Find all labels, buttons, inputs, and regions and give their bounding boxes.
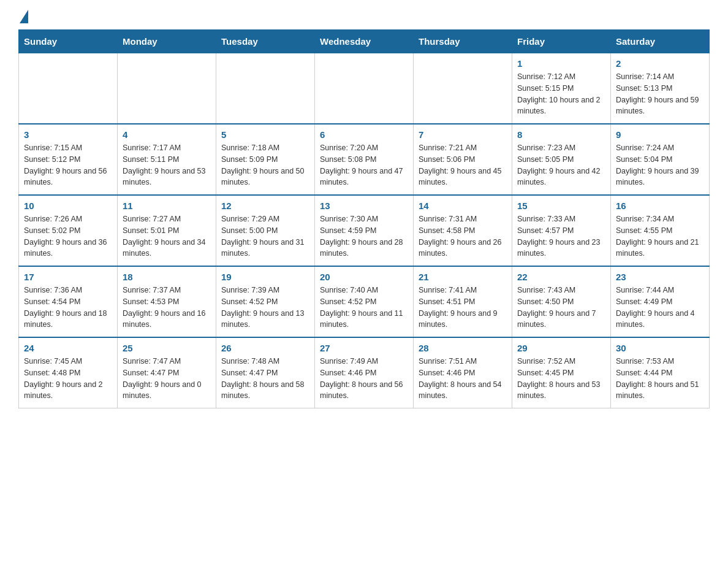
calendar-cell: 29Sunrise: 7:52 AMSunset: 4:45 PMDayligh… xyxy=(512,337,611,408)
week-row-4: 17Sunrise: 7:36 AMSunset: 4:54 PMDayligh… xyxy=(19,266,710,337)
day-info: Sunrise: 7:45 AMSunset: 4:48 PMDaylight:… xyxy=(24,356,112,402)
day-info: Sunrise: 7:49 AMSunset: 4:46 PMDaylight:… xyxy=(320,356,408,402)
day-number: 21 xyxy=(419,272,507,282)
calendar-cell: 2Sunrise: 7:14 AMSunset: 5:13 PMDaylight… xyxy=(611,53,710,124)
day-number: 11 xyxy=(123,201,211,211)
calendar-cell: 7Sunrise: 7:21 AMSunset: 5:06 PMDaylight… xyxy=(414,124,512,195)
calendar-cell: 17Sunrise: 7:36 AMSunset: 4:54 PMDayligh… xyxy=(19,266,118,337)
day-number: 26 xyxy=(221,343,309,353)
calendar-cell: 11Sunrise: 7:27 AMSunset: 5:01 PMDayligh… xyxy=(118,195,216,266)
weekday-header-tuesday: Tuesday xyxy=(216,30,315,53)
calendar-cell xyxy=(118,53,216,124)
day-number: 19 xyxy=(221,272,309,282)
day-number: 7 xyxy=(419,129,507,140)
day-number: 14 xyxy=(419,201,507,211)
day-number: 10 xyxy=(24,201,112,211)
weekday-header-sunday: Sunday xyxy=(19,30,118,53)
calendar-cell: 3Sunrise: 7:15 AMSunset: 5:12 PMDaylight… xyxy=(19,124,118,195)
calendar-cell: 1Sunrise: 7:12 AMSunset: 5:15 PMDaylight… xyxy=(512,53,611,124)
day-number: 30 xyxy=(616,343,704,353)
logo xyxy=(18,12,28,23)
day-info: Sunrise: 7:44 AMSunset: 4:49 PMDaylight:… xyxy=(616,285,704,331)
day-number: 16 xyxy=(616,201,704,211)
weekday-header-friday: Friday xyxy=(512,30,611,53)
week-row-1: 1Sunrise: 7:12 AMSunset: 5:15 PMDaylight… xyxy=(19,53,710,124)
day-info: Sunrise: 7:23 AMSunset: 5:05 PMDaylight:… xyxy=(517,142,605,188)
week-row-2: 3Sunrise: 7:15 AMSunset: 5:12 PMDaylight… xyxy=(19,124,710,195)
calendar-cell: 20Sunrise: 7:40 AMSunset: 4:52 PMDayligh… xyxy=(315,266,414,337)
day-info: Sunrise: 7:27 AMSunset: 5:01 PMDaylight:… xyxy=(123,213,211,259)
calendar-cell: 16Sunrise: 7:34 AMSunset: 4:55 PMDayligh… xyxy=(611,195,710,266)
day-info: Sunrise: 7:24 AMSunset: 5:04 PMDaylight:… xyxy=(616,142,704,188)
day-number: 20 xyxy=(320,272,408,282)
day-info: Sunrise: 7:41 AMSunset: 4:51 PMDaylight:… xyxy=(419,285,507,331)
day-info: Sunrise: 7:37 AMSunset: 4:53 PMDaylight:… xyxy=(123,285,211,331)
day-info: Sunrise: 7:12 AMSunset: 5:15 PMDaylight:… xyxy=(517,71,605,117)
calendar-cell: 25Sunrise: 7:47 AMSunset: 4:47 PMDayligh… xyxy=(118,337,216,408)
day-number: 25 xyxy=(123,343,211,353)
calendar-cell: 23Sunrise: 7:44 AMSunset: 4:49 PMDayligh… xyxy=(611,266,710,337)
day-info: Sunrise: 7:48 AMSunset: 4:47 PMDaylight:… xyxy=(221,356,309,402)
calendar-cell: 27Sunrise: 7:49 AMSunset: 4:46 PMDayligh… xyxy=(315,337,414,408)
day-info: Sunrise: 7:14 AMSunset: 5:13 PMDaylight:… xyxy=(616,71,704,117)
calendar-cell xyxy=(414,53,512,124)
calendar-cell: 22Sunrise: 7:43 AMSunset: 4:50 PMDayligh… xyxy=(512,266,611,337)
day-info: Sunrise: 7:18 AMSunset: 5:09 PMDaylight:… xyxy=(221,142,309,188)
day-number: 6 xyxy=(320,129,408,140)
calendar-cell: 30Sunrise: 7:53 AMSunset: 4:44 PMDayligh… xyxy=(611,337,710,408)
logo-triangle-icon xyxy=(20,10,28,23)
day-info: Sunrise: 7:20 AMSunset: 5:08 PMDaylight:… xyxy=(320,142,408,188)
calendar-cell xyxy=(315,53,414,124)
calendar-cell: 10Sunrise: 7:26 AMSunset: 5:02 PMDayligh… xyxy=(19,195,118,266)
day-info: Sunrise: 7:17 AMSunset: 5:11 PMDaylight:… xyxy=(123,142,211,188)
day-info: Sunrise: 7:51 AMSunset: 4:46 PMDaylight:… xyxy=(419,356,507,402)
calendar-cell: 8Sunrise: 7:23 AMSunset: 5:05 PMDaylight… xyxy=(512,124,611,195)
calendar-cell: 26Sunrise: 7:48 AMSunset: 4:47 PMDayligh… xyxy=(216,337,315,408)
day-info: Sunrise: 7:39 AMSunset: 4:52 PMDaylight:… xyxy=(221,285,309,331)
day-number: 23 xyxy=(616,272,704,282)
calendar-cell: 14Sunrise: 7:31 AMSunset: 4:58 PMDayligh… xyxy=(414,195,512,266)
week-row-3: 10Sunrise: 7:26 AMSunset: 5:02 PMDayligh… xyxy=(19,195,710,266)
calendar-cell xyxy=(19,53,118,124)
weekday-header-thursday: Thursday xyxy=(414,30,512,53)
day-number: 29 xyxy=(517,343,605,353)
day-number: 13 xyxy=(320,201,408,211)
calendar-cell: 28Sunrise: 7:51 AMSunset: 4:46 PMDayligh… xyxy=(414,337,512,408)
day-number: 18 xyxy=(123,272,211,282)
calendar-table: SundayMondayTuesdayWednesdayThursdayFrid… xyxy=(18,29,710,408)
weekday-header-wednesday: Wednesday xyxy=(315,30,414,53)
page-header xyxy=(18,12,710,23)
day-info: Sunrise: 7:26 AMSunset: 5:02 PMDaylight:… xyxy=(24,213,112,259)
calendar-cell: 18Sunrise: 7:37 AMSunset: 4:53 PMDayligh… xyxy=(118,266,216,337)
day-number: 1 xyxy=(517,58,605,69)
calendar-cell: 12Sunrise: 7:29 AMSunset: 5:00 PMDayligh… xyxy=(216,195,315,266)
calendar-cell: 21Sunrise: 7:41 AMSunset: 4:51 PMDayligh… xyxy=(414,266,512,337)
day-info: Sunrise: 7:21 AMSunset: 5:06 PMDaylight:… xyxy=(419,142,507,188)
day-number: 4 xyxy=(123,129,211,140)
weekday-header-saturday: Saturday xyxy=(611,30,710,53)
day-info: Sunrise: 7:34 AMSunset: 4:55 PMDaylight:… xyxy=(616,213,704,259)
weekday-header-row: SundayMondayTuesdayWednesdayThursdayFrid… xyxy=(19,30,710,53)
day-number: 15 xyxy=(517,201,605,211)
day-info: Sunrise: 7:15 AMSunset: 5:12 PMDaylight:… xyxy=(24,142,112,188)
day-info: Sunrise: 7:31 AMSunset: 4:58 PMDaylight:… xyxy=(419,213,507,259)
day-info: Sunrise: 7:33 AMSunset: 4:57 PMDaylight:… xyxy=(517,213,605,259)
calendar-cell xyxy=(216,53,315,124)
day-number: 9 xyxy=(616,129,704,140)
day-info: Sunrise: 7:52 AMSunset: 4:45 PMDaylight:… xyxy=(517,356,605,402)
weekday-header-monday: Monday xyxy=(118,30,216,53)
day-number: 8 xyxy=(517,129,605,140)
calendar-cell: 6Sunrise: 7:20 AMSunset: 5:08 PMDaylight… xyxy=(315,124,414,195)
week-row-5: 24Sunrise: 7:45 AMSunset: 4:48 PMDayligh… xyxy=(19,337,710,408)
day-info: Sunrise: 7:43 AMSunset: 4:50 PMDaylight:… xyxy=(517,285,605,331)
day-info: Sunrise: 7:40 AMSunset: 4:52 PMDaylight:… xyxy=(320,285,408,331)
day-number: 28 xyxy=(419,343,507,353)
day-info: Sunrise: 7:36 AMSunset: 4:54 PMDaylight:… xyxy=(24,285,112,331)
calendar-cell: 5Sunrise: 7:18 AMSunset: 5:09 PMDaylight… xyxy=(216,124,315,195)
day-info: Sunrise: 7:53 AMSunset: 4:44 PMDaylight:… xyxy=(616,356,704,402)
day-number: 5 xyxy=(221,129,309,140)
day-number: 17 xyxy=(24,272,112,282)
day-info: Sunrise: 7:30 AMSunset: 4:59 PMDaylight:… xyxy=(320,213,408,259)
day-number: 3 xyxy=(24,129,112,140)
calendar-cell: 19Sunrise: 7:39 AMSunset: 4:52 PMDayligh… xyxy=(216,266,315,337)
